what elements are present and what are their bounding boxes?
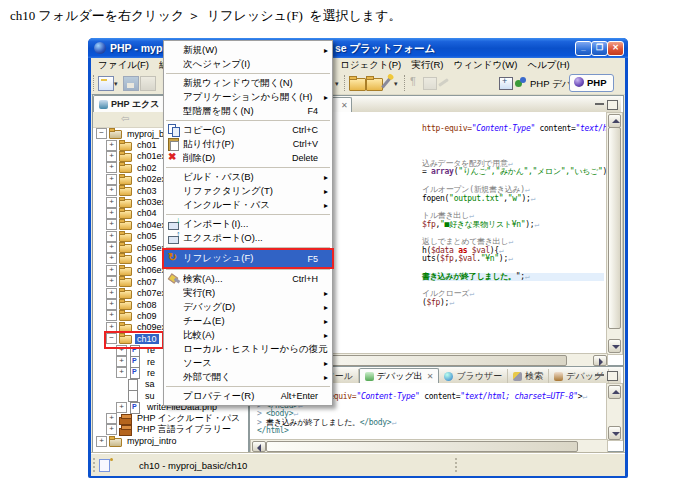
php-perspective-button[interactable]: PHP (569, 74, 614, 92)
expander-icon[interactable]: + (116, 367, 127, 378)
expander-icon[interactable]: + (106, 162, 117, 173)
code-segment: $data (431, 246, 454, 255)
expander-icon[interactable]: + (116, 356, 127, 367)
expander-icon[interactable]: + (106, 185, 117, 196)
expander-icon[interactable]: + (106, 265, 117, 276)
folder-icon (119, 310, 133, 321)
expander-icon[interactable]: + (106, 208, 117, 219)
expander-icon[interactable]: + (116, 402, 127, 413)
code-line (422, 134, 604, 143)
scroll-up-icon[interactable] (608, 385, 621, 399)
expander-icon[interactable]: + (106, 276, 117, 287)
editor-vscrollbar[interactable] (606, 112, 623, 355)
menu-shortcut: Alt+Enter (281, 391, 318, 401)
menu-item-12[interactable]: リファクタリング(T)▸ (164, 184, 332, 198)
expander-icon[interactable]: + (106, 310, 117, 321)
menu-item-29[interactable]: プロパティー(R)Alt+Enter (164, 389, 332, 403)
menu-item-8[interactable]: 貼り付け(P)Ctrl+V (164, 137, 332, 151)
maximize-view-icon[interactable] (607, 371, 618, 381)
maximize-view-icon[interactable] (607, 100, 618, 110)
menu-item-1[interactable]: 次へジャンプ(I) (164, 57, 332, 71)
expander-icon[interactable]: + (106, 253, 117, 264)
code-segment: = (422, 167, 431, 176)
menubar-item-right-3[interactable]: ヘルプ(H) (522, 58, 574, 73)
php-debug-perspective-icon[interactable] (515, 77, 526, 88)
edit-icon[interactable] (438, 78, 449, 87)
blank-icon (167, 91, 183, 103)
minimize-view-icon[interactable] (595, 371, 604, 376)
console-vscrollbar[interactable] (606, 383, 623, 441)
code-segment: "w" (508, 194, 522, 203)
minimize-view-icon[interactable] (595, 100, 604, 105)
show-whitespace-icon[interactable]: ¶ (410, 75, 416, 87)
menu-item-26[interactable]: ソース▸ (164, 356, 332, 370)
open-file-icon[interactable] (349, 78, 366, 91)
new-wizard-icon[interactable] (98, 76, 114, 91)
menubar-item-right-1[interactable]: 実行(R) (406, 58, 448, 73)
console-hscrollbar[interactable] (250, 439, 608, 453)
tab-debug-output[interactable]: デバッグ出✕ (359, 368, 440, 385)
tools-dropdown-icon[interactable]: ▾ (394, 80, 398, 88)
expander-icon[interactable]: + (106, 140, 117, 151)
menu-item-5[interactable]: 型階層を開く(N)F4 (164, 104, 332, 118)
menu-item-3[interactable]: 新規ウィンドウで開く(N) (164, 76, 332, 90)
menu-item-20[interactable]: 検索(A)...Ctrl+H (164, 272, 332, 286)
scroll-left-icon[interactable] (252, 441, 266, 452)
hidden-dropdown-icon[interactable]: ▾ (335, 80, 339, 88)
expander-icon[interactable]: + (106, 174, 117, 185)
menu-item-23[interactable]: チーム(E)▸ (164, 314, 332, 328)
toolbar-separator (93, 75, 95, 91)
close-button[interactable]: ✕ (607, 41, 624, 56)
menubar-item-right-0[interactable]: ロジェクト(P) (335, 58, 406, 73)
minimize-button[interactable]: _ (575, 41, 592, 56)
scrollbar-thumb[interactable] (608, 127, 621, 329)
menu-item-13[interactable]: インクルード・パス▸ (164, 198, 332, 212)
expander-icon[interactable]: + (106, 197, 117, 208)
menu-item-22[interactable]: デバッグ(D)▸ (164, 300, 332, 314)
tree-item-label: su (143, 391, 157, 401)
menubar-item-right-2[interactable]: ウィンドウ(W) (448, 58, 522, 73)
scroll-down-icon[interactable] (608, 426, 621, 440)
expander-icon[interactable]: + (106, 299, 117, 310)
menu-item-24[interactable]: 比較(A)▸ (164, 328, 332, 342)
expander-icon[interactable]: + (106, 242, 117, 253)
menubar-item-0[interactable]: ファイル(F) (93, 58, 154, 73)
menu-item-4[interactable]: アプリケーションから開く(H)▸ (164, 90, 332, 104)
expander-icon[interactable]: + (106, 424, 117, 435)
scroll-up-icon[interactable] (608, 114, 621, 128)
expander-icon[interactable]: + (106, 219, 117, 230)
menu-item-16[interactable]: エクスポート(O)... (164, 231, 332, 245)
menu-item-21[interactable]: 実行(R)▸ (164, 286, 332, 300)
menu-item-27[interactable]: 外部で開く▸ (164, 370, 332, 384)
new-dropdown-icon[interactable]: ▾ (114, 80, 118, 88)
scroll-down-icon[interactable] (608, 339, 621, 353)
expander-icon[interactable]: + (106, 288, 117, 299)
expander-icon[interactable]: − (96, 128, 107, 139)
open-perspective-icon[interactable] (499, 77, 513, 90)
expander-icon[interactable]: + (106, 231, 117, 242)
expander-icon[interactable]: + (106, 413, 117, 424)
menu-item-9[interactable]: 削除(D)Delete (164, 151, 332, 165)
print-icon[interactable] (140, 76, 156, 91)
tree-item-myproj_intro[interactable]: +myproj_intro (94, 436, 245, 447)
tree-item-PHP-[interactable]: +PHP 言語ライブラリー (94, 424, 245, 435)
menu-item-15[interactable]: インポート(I)... (164, 217, 332, 231)
folder-icon (119, 288, 133, 299)
menu-item-25[interactable]: ローカル・ヒストリーからの復元(Y)... (164, 342, 332, 356)
save-icon[interactable] (123, 76, 139, 91)
mark-occurrences-icon[interactable] (423, 77, 437, 90)
expander-icon[interactable]: + (106, 151, 117, 162)
scroll-right-icon[interactable] (593, 355, 607, 366)
menu-item-7[interactable]: コピー(C)Ctrl+C (164, 123, 332, 137)
close-icon[interactable]: ✕ (341, 101, 348, 110)
menu-item-label: 検索(A)... (183, 273, 292, 286)
menu-item-18[interactable]: リフレッシュ(F)F5 (164, 250, 332, 267)
menu-item-0[interactable]: 新規(W)▸ (164, 43, 332, 57)
maximize-button[interactable]: ❐ (591, 41, 608, 56)
menu-item-11[interactable]: ビルド・パス(B)▸ (164, 170, 332, 184)
scrollbar-thumb[interactable] (266, 441, 578, 452)
open-folder-icon[interactable] (366, 78, 383, 91)
expander-icon[interactable]: + (96, 436, 107, 447)
close-icon[interactable]: ✕ (427, 372, 434, 381)
back-arrow-icon[interactable]: ⇦ (121, 113, 129, 124)
